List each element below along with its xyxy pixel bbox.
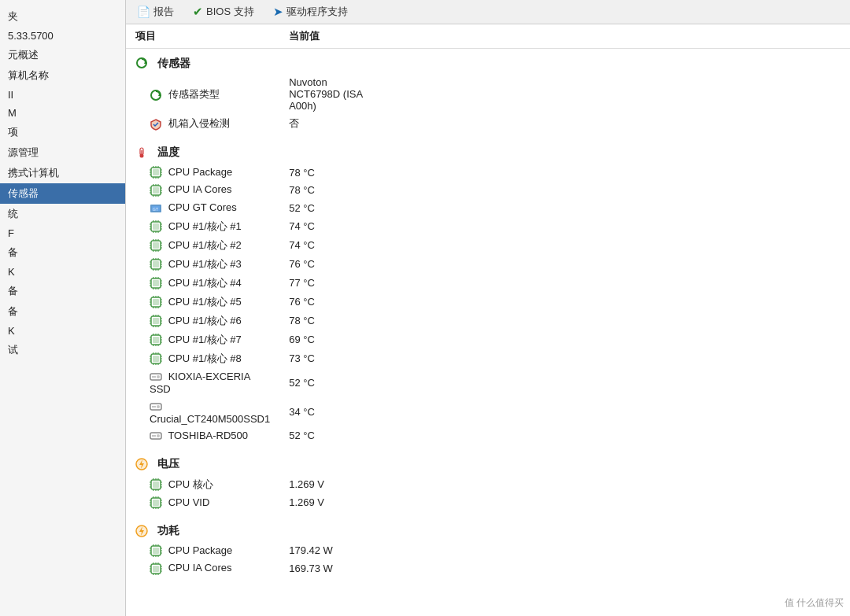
sidebar: 夹 5.33.5700 元概述 算机名称 II M 项 源管理 携式计算机 传感… (0, 0, 126, 616)
item-value: 34 °C (279, 397, 374, 427)
item-name: CPU #1/核心 #2 (168, 239, 242, 251)
item-empty (374, 427, 850, 445)
table-row[interactable]: CPU #1/核心 #7 69 °C (126, 330, 850, 349)
item-value: 78 °C (279, 181, 374, 199)
cpu-icon (150, 258, 162, 271)
item-name: CPU IA Cores (168, 562, 232, 574)
table-row[interactable]: CPU IA Cores 78 °C (126, 181, 850, 199)
svg-rect-53 (153, 242, 159, 249)
section-title-voltage: 电压 (157, 458, 179, 470)
toolbar-report-btn[interactable]: 📄 报告 (132, 3, 179, 20)
sidebar-item-6[interactable]: 项 (0, 122, 125, 142)
svg-rect-208 (153, 566, 159, 572)
section-title-sensor: 传感器 (157, 57, 190, 69)
table-row[interactable]: KIOXIA-EXCERIA SSD 52 °C (126, 368, 850, 398)
sidebar-item-1[interactable]: 5.33.5700 (0, 27, 125, 45)
item-value: 179.42 W (279, 542, 374, 560)
cpu-icon (150, 166, 162, 179)
item-value: 74 °C (279, 236, 374, 255)
table-row[interactable]: GT CPU GT Cores 52 °C (126, 199, 850, 217)
svg-rect-177 (153, 500, 159, 506)
table-row[interactable]: CPU VID 1.269 V (126, 494, 850, 512)
svg-rect-109 (153, 318, 159, 324)
item-name: TOSHIBA-RD500 (168, 430, 248, 441)
svg-rect-194 (153, 548, 159, 554)
section-header-voltage: 电压 (126, 449, 850, 474)
table-row[interactable]: CPU #1/核心 #3 76 °C (126, 255, 850, 274)
item-empty (374, 368, 850, 398)
toolbar-report-label: 报告 (153, 5, 174, 19)
cpu-gt-icon: GT (150, 202, 162, 215)
sidebar-item-12[interactable]: 备 (0, 242, 125, 263)
sidebar-item-13[interactable]: K (0, 263, 125, 281)
check-green-icon: ✔ (193, 5, 203, 19)
item-name: CPU #1/核心 #1 (168, 220, 242, 232)
svg-point-151 (157, 375, 160, 378)
item-empty (374, 312, 850, 330)
item-name: CPU #1/核心 #6 (168, 315, 242, 326)
svg-rect-123 (153, 337, 159, 343)
sidebar-item-2[interactable]: 元概述 (0, 45, 125, 65)
toolbar-bios-btn[interactable]: ✔ BIOS 支持 (188, 3, 259, 20)
table-row[interactable]: Crucial_CT240M500SSD1 34 °C (126, 397, 850, 427)
item-value: 76 °C (279, 255, 374, 274)
sidebar-item-16[interactable]: K (0, 322, 125, 340)
cpu-icon (150, 544, 162, 557)
sidebar-item-14[interactable]: 备 (0, 281, 125, 301)
shield-icon (150, 118, 162, 131)
section-spacer (126, 577, 850, 582)
item-name: CPU #1/核心 #5 (168, 296, 242, 308)
table-row[interactable]: CPU #1/核心 #4 77 °C (126, 274, 850, 293)
sidebar-item-10[interactable]: 统 (0, 204, 125, 224)
cpu-icon (150, 239, 162, 252)
svg-point-157 (157, 434, 160, 437)
table-row[interactable]: CPU Package 78 °C (126, 164, 850, 182)
sidebar-item-15[interactable]: 备 (0, 301, 125, 322)
item-value: Nuvoton NCT6798D (ISA A00h) (279, 74, 374, 114)
table-row[interactable]: CPU #1/核心 #2 74 °C (126, 236, 850, 255)
bolt-icon (135, 525, 150, 539)
table-row[interactable]: CPU #1/核心 #1 74 °C (126, 217, 850, 236)
table-row[interactable]: CPU #1/核心 #8 73 °C (126, 349, 850, 368)
section-header-temperature: 温度 (126, 138, 850, 163)
sidebar-item-sensor[interactable]: 传感器 (0, 183, 125, 204)
table-row[interactable]: CPU IA Cores 169.73 W (126, 559, 850, 577)
cpu-icon (150, 334, 162, 346)
item-value: 52 °C (279, 427, 374, 445)
table-row[interactable]: 机箱入侵检测 否 (126, 114, 850, 133)
sidebar-item-4[interactable]: II (0, 86, 125, 104)
toolbar-driver-btn[interactable]: ➤ 驱动程序支持 (268, 3, 353, 20)
cpu-icon (150, 220, 162, 233)
sidebar-item-5[interactable]: M (0, 104, 125, 122)
table-row[interactable]: CPU #1/核心 #6 78 °C (126, 312, 850, 330)
svg-rect-81 (153, 280, 159, 286)
svg-rect-163 (153, 481, 159, 488)
item-value: 1.269 V (279, 475, 374, 494)
sidebar-item-17[interactable]: 试 (0, 340, 125, 360)
sidebar-item-11[interactable]: F (0, 224, 125, 242)
table-row[interactable]: CPU Package 179.42 W (126, 542, 850, 560)
item-name: CPU IA Cores (168, 183, 232, 195)
table-row[interactable]: 传感器类型 Nuvoton NCT6798D (ISA A00h) (126, 74, 850, 114)
sidebar-item-3[interactable]: 算机名称 (0, 65, 125, 86)
item-name: 传感器类型 (168, 88, 220, 100)
item-value: 169.73 W (279, 559, 374, 577)
sidebar-item-0[interactable]: 夹 (0, 6, 125, 27)
svg-rect-22 (153, 187, 159, 194)
item-empty (374, 199, 850, 217)
refresh-icon (150, 89, 162, 101)
table-row[interactable]: CPU #1/核心 #5 76 °C (126, 293, 850, 312)
bolt-icon (135, 458, 150, 472)
item-value: 77 °C (279, 274, 374, 293)
item-empty (374, 293, 850, 312)
table-row[interactable]: CPU 核心 1.269 V (126, 475, 850, 494)
sidebar-item-7[interactable]: 源管理 (0, 142, 125, 163)
table-row[interactable]: TOSHIBA-RD500 52 °C (126, 427, 850, 445)
item-empty (374, 255, 850, 274)
section-header-sensor: 传感器 (126, 49, 850, 75)
item-empty (374, 74, 850, 114)
item-value: 78 °C (279, 164, 374, 182)
sidebar-item-8[interactable]: 携式计算机 (0, 163, 125, 183)
sensor-table: 项目 当前值 传感器 传感器类型 Nuvoton NCT6798D (ISA A… (126, 24, 850, 582)
cpu-icon (150, 563, 162, 575)
